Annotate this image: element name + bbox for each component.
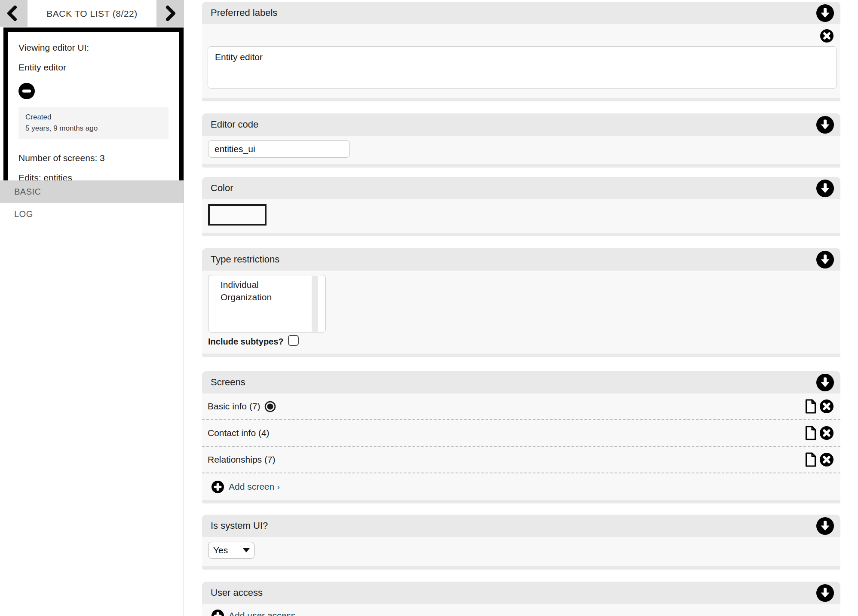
circle-arrow-down-icon	[816, 263, 834, 270]
add-screen-label: Add screen ›	[229, 482, 280, 492]
listbox-option-individual[interactable]: Individual	[208, 279, 325, 291]
listbox-option-organization[interactable]: Organization	[208, 291, 325, 304]
viewing-editor-box: Viewing editor UI: Entity editor Created…	[3, 27, 184, 196]
tab-log[interactable]: LOG	[0, 203, 184, 225]
circle-arrow-down-icon	[816, 17, 834, 23]
collapse-section-button[interactable]	[816, 517, 834, 535]
listbox-scrollbar[interactable]	[312, 276, 318, 332]
section-type-restrictions: Type restrictions Individual Organizatio…	[202, 248, 840, 357]
back-to-list-label: BACK TO LIST (8/22)	[46, 9, 137, 19]
circle-x-icon	[820, 408, 833, 415]
nav-forward-arrow-button[interactable]	[161, 4, 180, 23]
circle-plus-icon	[211, 481, 224, 493]
section-header: Is system UI?	[202, 515, 840, 537]
include-subtypes-label: Include subtypes?	[208, 337, 284, 347]
section-header: Editor code	[202, 113, 840, 136]
tab-basic[interactable]: BASIC	[0, 180, 184, 203]
chevron-right-icon	[163, 5, 178, 23]
document-icon	[805, 409, 817, 415]
tab-basic-label: BASIC	[14, 187, 41, 197]
include-subtypes-checkbox[interactable]	[288, 335, 299, 346]
remove-label-button[interactable]	[820, 29, 833, 43]
section-header: Preferred labels	[202, 2, 840, 24]
type-restrictions-listbox[interactable]: Individual Organization	[208, 275, 326, 332]
screen-label: Basic info (7)	[208, 401, 260, 412]
circle-arrow-down-icon	[816, 597, 834, 603]
sidebar: BACK TO LIST (8/22) Viewing editor UI: E…	[0, 0, 184, 616]
sidebar-tabs: BASIC LOG	[0, 180, 184, 225]
section-title: Preferred labels	[211, 7, 277, 18]
section-body	[202, 136, 840, 164]
collapse-section-button[interactable]	[816, 180, 834, 197]
circle-arrow-down-icon	[816, 128, 834, 135]
screen-row-contact-info[interactable]: Contact info (4)	[202, 420, 840, 447]
document-icon	[805, 462, 817, 468]
color-swatch[interactable]	[208, 204, 267, 226]
open-screen-button[interactable]	[805, 452, 817, 467]
viewing-label: Viewing editor UI:	[18, 43, 169, 53]
collapse-section-button[interactable]	[816, 116, 834, 134]
section-body	[202, 199, 840, 233]
collapse-section-button[interactable]	[816, 374, 834, 391]
remove-screen-button[interactable]	[820, 453, 833, 467]
caret-down-icon	[243, 548, 250, 552]
section-title: Type restrictions	[211, 254, 279, 265]
screen-row-relationships[interactable]: Relationships (7)	[202, 447, 840, 473]
remove-screen-button[interactable]	[820, 426, 833, 440]
default-screen-radio-icon[interactable]	[264, 401, 276, 412]
screen-label: Relationships (7)	[208, 454, 276, 465]
section-title: Is system UI?	[211, 520, 268, 531]
circle-x-icon	[820, 435, 833, 441]
entity-name: Entity editor	[18, 62, 169, 73]
document-icon	[805, 435, 817, 442]
section-header: Screens	[202, 371, 840, 393]
remove-screen-button[interactable]	[820, 399, 833, 413]
section-user-access: User access Add user access	[202, 582, 840, 616]
add-user-access-button[interactable]: Add user access	[208, 606, 834, 616]
section-body: Yes	[202, 537, 840, 566]
is-system-ui-select[interactable]: Yes	[208, 542, 254, 559]
editor-form: Preferred labels Entity editor Editor co…	[202, 2, 840, 616]
circle-arrow-down-icon	[816, 530, 834, 536]
preferred-label-textarea[interactable]: Entity editor	[208, 46, 837, 88]
chevron-left-icon	[5, 5, 19, 23]
top-nav: BACK TO LIST (8/22)	[0, 0, 184, 27]
section-title: User access	[211, 587, 263, 598]
open-screen-button[interactable]	[805, 426, 817, 440]
circle-x-icon	[820, 37, 833, 44]
created-box: Created 5 years, 9 months ago	[18, 107, 169, 139]
section-header: Type restrictions	[202, 248, 840, 271]
section-body: Individual Organization Include subtypes…	[202, 271, 840, 354]
add-screen-button[interactable]: Add screen ›	[202, 473, 840, 500]
back-to-list-link[interactable]: BACK TO LIST (8/22)	[28, 0, 156, 27]
collapse-section-button[interactable]	[816, 251, 834, 268]
section-body: Add user access	[202, 604, 840, 616]
circle-arrow-down-icon	[816, 386, 834, 393]
collapse-details-button[interactable]	[18, 83, 35, 99]
editor-code-input[interactable]	[208, 140, 350, 158]
section-header: Color	[202, 177, 840, 199]
section-screens: Screens Basic info (7)	[202, 371, 840, 503]
section-title: Editor code	[211, 119, 258, 130]
circle-x-icon	[820, 461, 833, 468]
tab-log-label: LOG	[14, 209, 33, 219]
created-label: Created	[25, 112, 162, 123]
section-title: Color	[211, 183, 233, 194]
add-user-access-label: Add user access	[229, 610, 295, 616]
open-screen-button[interactable]	[805, 399, 817, 414]
circle-plus-icon	[211, 610, 224, 616]
screen-label: Contact info (4)	[208, 428, 270, 438]
collapse-section-button[interactable]	[816, 4, 834, 22]
collapse-section-button[interactable]	[816, 584, 834, 602]
select-value: Yes	[213, 545, 243, 555]
section-header: User access	[202, 582, 840, 604]
created-ago: 5 years, 9 months ago	[25, 123, 162, 134]
number-of-screens: Number of screens: 3	[18, 153, 169, 163]
screen-row-basic-info[interactable]: Basic info (7)	[202, 393, 840, 420]
nav-back-arrow-button[interactable]	[3, 4, 21, 23]
section-color: Color	[202, 177, 840, 236]
section-body: Entity editor	[202, 24, 840, 98]
section-body: Basic info (7)	[202, 393, 840, 500]
section-editor-code: Editor code	[202, 113, 840, 168]
section-title: Screens	[211, 377, 245, 388]
